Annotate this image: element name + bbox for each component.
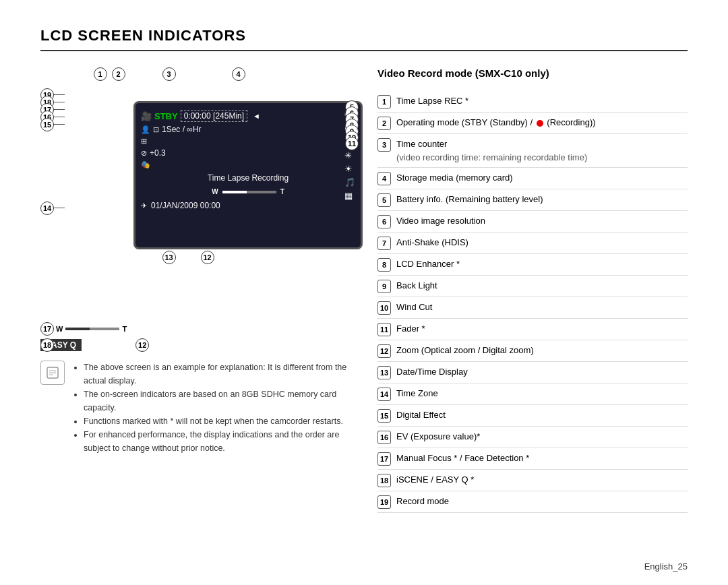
ind-text-17: Manual Focus * / Face Detection * — [396, 452, 688, 465]
indicator-item-7: 7 Anti-Shake (HDIS) — [377, 233, 688, 254]
ev-value: +0.3 — [150, 148, 166, 158]
image-icon: ⊞ — [141, 137, 147, 146]
ind-text-1: Time Lapse REC * — [396, 94, 688, 108]
bottom-callouts: 13 12 — [169, 251, 208, 260]
callout-2: 2 — [112, 67, 125, 81]
indicator-item-19: 19 Record mode — [377, 491, 688, 513]
ind-text-14: Time Zone — [396, 387, 688, 400]
ind-num-18: 18 — [377, 474, 391, 487]
date-row: ✈ 01/JAN/2009 00:00 — [141, 201, 355, 210]
arrow-icon: ◄ — [253, 112, 260, 120]
ind-num-14: 14 — [377, 388, 391, 401]
timezone-icon: ✈ — [141, 202, 147, 210]
ind-num-3: 3 — [377, 138, 391, 152]
t-label-extra: T — [122, 325, 127, 333]
backlight-icon: ☀ — [344, 163, 355, 175]
indicator-item-10: 10 Wind Cut — [377, 297, 688, 319]
ind-text-10: Wind Cut — [396, 301, 688, 314]
page-title: LCD SCREEN INDICATORS — [40, 27, 688, 51]
left-callouts: 19 18 17 16 — [40, 94, 65, 125]
left-panel: 19 18 17 16 — [40, 67, 351, 513]
ind-text-6: Video image resolution — [396, 214, 688, 228]
page: LCD SCREEN INDICATORS 19 18 — [0, 0, 728, 533]
indicator-item-11: 11 Fader * — [377, 319, 688, 340]
callout-3: 3 — [162, 67, 176, 81]
indicator-item-12: 12 Zoom (Optical zoom / Digital zoom) — [377, 340, 688, 362]
note-item-3: Functions marked with * will not be kept… — [84, 414, 351, 428]
note-content: The above screen is an example for expla… — [73, 361, 351, 455]
ind-num-9: 9 — [377, 280, 391, 293]
indicator-item-8: 8 LCD Enhancer * — [377, 254, 688, 276]
windcut-icon: 🎵 — [344, 177, 355, 189]
ind-num-8: 8 — [377, 258, 391, 272]
indicator-item-16: 16 EV (Exposure value)* — [377, 427, 688, 448]
timelapse-center-label: Time Lapse Recording — [141, 173, 355, 183]
ind-text-3: Time counter (video recording time: rema… — [396, 137, 688, 164]
note-box: The above screen is an example for expla… — [40, 361, 351, 455]
note-item-4: For enhanced performance, the display in… — [84, 428, 351, 455]
indicator-item-13: 13 Date/Time Display — [377, 362, 688, 383]
callout-11: 11 — [345, 137, 359, 150]
zoom-bar-extra: W T — [56, 325, 127, 333]
face-icon: 👤 — [141, 125, 150, 134]
t-label: T — [280, 188, 284, 195]
ind-num-16: 16 — [377, 431, 391, 444]
ind-num-15: 15 — [377, 409, 391, 423]
lcd-enhancer-icon: ✳ — [344, 150, 355, 162]
indicator-item-14: 14 Time Zone — [377, 383, 688, 405]
indicator-item-2: 2 Operating mode (STBY (Standby) / (Reco… — [377, 113, 688, 134]
ind-text-11: Fader * — [396, 322, 688, 336]
right-callouts: 5 6 7 8 9 — [345, 106, 359, 144]
indicator-item-17: 17 Manual Focus * / Face Detection * — [377, 448, 688, 470]
right-panel: Video Record mode (SMX-C10 only) 1 Time … — [377, 67, 688, 513]
top-callouts: 1 2 3 4 — [100, 67, 239, 80]
ind-text-8: LCD Enhancer * — [396, 257, 688, 271]
indicator-item-1: 1 Time Lapse REC * — [377, 91, 688, 113]
ind-num-12: 12 — [377, 344, 391, 358]
ind-text-16: EV (Exposure value)* — [396, 430, 688, 443]
indicator-item-18: 18 iSCENE / EASY Q * — [377, 470, 688, 491]
scene-icon: 🎭 — [141, 160, 150, 169]
camera-screen: 🎥 STBY 0:00:00 [245Min] ◄ 👤 ⊡ 1Sec / ∞Hr — [133, 101, 363, 249]
fader-icon: ▦ — [344, 190, 355, 202]
indicator-list: 1 Time Lapse REC * 2 Operating mode (STB… — [377, 91, 688, 513]
screen-content: 🎥 STBY 0:00:00 [245Min] ◄ 👤 ⊡ 1Sec / ∞Hr — [135, 103, 361, 247]
ind-num-17: 17 — [377, 452, 391, 466]
camera-icon: 🎥 — [141, 111, 152, 121]
ind-num-2: 2 — [377, 117, 391, 130]
ind-text-18: iSCENE / EASY Q * — [396, 473, 688, 487]
w-label-extra: W — [56, 325, 63, 333]
ind-text-12: Zoom (Optical zoom / Digital zoom) — [396, 344, 688, 357]
ind-text-5: Battery info. (Remaining battery level) — [396, 193, 688, 206]
callout-15: 15 — [40, 118, 54, 131]
indicator-item-3: 3 Time counter (video recording time: re… — [377, 134, 688, 168]
callout-4: 4 — [232, 67, 245, 81]
time-lapse-value: 1Sec / ∞Hr — [162, 125, 202, 134]
ind-num-11: 11 — [377, 323, 391, 336]
ind-text-13: Date/Time Display — [396, 365, 688, 379]
zoom-bar: W T — [141, 188, 355, 195]
note-icon — [40, 361, 65, 385]
callout-12-extra: 12 — [135, 338, 149, 352]
screen-diagram: 19 18 17 16 — [40, 67, 351, 283]
ind-num-6: 6 — [377, 215, 391, 228]
indicator-item-5: 5 Battery info. (Remaining battery level… — [377, 189, 688, 211]
indicator-item-6: 6 Video image resolution — [377, 211, 688, 233]
ind-num-10: 10 — [377, 301, 391, 315]
extra-row-18: 18 EASY Q 12 — [40, 339, 351, 351]
ind-num-19: 19 — [377, 495, 391, 509]
date-display: 01/JAN/2009 00:00 — [151, 201, 220, 210]
extra-row-17: 17 ⊙ W T — [40, 324, 351, 334]
ind-text-15: Digital Effect — [396, 408, 688, 422]
video-record-title: Video Record mode (SMX-C10 only) — [377, 67, 688, 79]
callout-1: 1 — [94, 67, 107, 81]
ind-num-5: 5 — [377, 193, 391, 207]
stby-label: STBY — [154, 111, 178, 121]
callout-18-extra: 18 — [40, 338, 54, 352]
callout-13: 13 — [162, 251, 176, 264]
extra-rows: 17 ⊙ W T 18 EASY Q — [40, 324, 351, 351]
page-footer: English_25 — [644, 561, 688, 572]
ev-icon: ⊘ — [141, 149, 147, 158]
indicator-item-4: 4 Storage media (memory card) — [377, 168, 688, 189]
callout-14: 14 — [40, 202, 54, 215]
